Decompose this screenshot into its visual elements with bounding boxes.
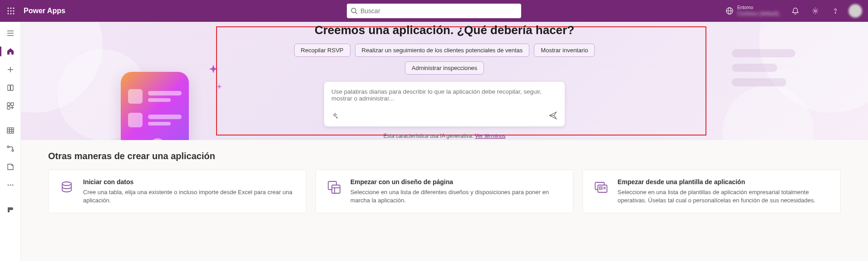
generative-ai-note: Esta característica usa IA generativa. V…	[272, 133, 617, 139]
chip-inventory[interactable]: Mostrar inventario	[534, 44, 595, 57]
card-title: Empezar desde una plantilla de aplicació…	[617, 178, 831, 186]
svg-rect-22	[10, 85, 13, 90]
environment-picker[interactable]: Entorno Contoso (default)	[720, 3, 784, 19]
svg-rect-39	[332, 185, 340, 193]
card-start-with-data[interactable]: Iniciar con datos Cree una tabla, elija …	[48, 170, 306, 213]
help-icon[interactable]	[826, 2, 844, 20]
card-desc: Cree una tabla, elija una existente o in…	[83, 188, 297, 205]
env-name: Contoso (default)	[737, 10, 779, 17]
card-page-design[interactable]: Empezar con un diseño de página Seleccio…	[316, 170, 574, 213]
nav-apps[interactable]	[1, 97, 20, 115]
card-title: Empezar con un diseño de página	[350, 178, 564, 186]
nav-more[interactable]	[1, 176, 20, 194]
svg-point-1	[10, 8, 12, 9]
sidebar	[0, 22, 21, 261]
data-icon	[58, 178, 76, 196]
svg-point-32	[12, 150, 14, 151]
chip-sales-leads[interactable]: Realizar un seguimiento de los clientes …	[355, 44, 530, 57]
sparkle-icon	[215, 83, 223, 93]
nav-solutions[interactable]	[1, 158, 20, 176]
nav-home[interactable]	[1, 43, 20, 60]
hero-banner: Creemos una aplicación. ¿Qué debería hac…	[21, 22, 868, 140]
svg-line-10	[355, 12, 357, 14]
svg-point-6	[8, 13, 9, 15]
environment-icon	[725, 7, 734, 15]
suggestion-chips: Recopilar RSVP Realizar un seguimiento d…	[272, 44, 617, 75]
template-icon	[592, 178, 610, 196]
svg-point-14	[814, 10, 817, 12]
env-label: Entorno	[737, 5, 779, 10]
terms-link[interactable]: Ver términos	[475, 133, 505, 139]
nav-powerplatform[interactable]	[1, 201, 20, 218]
decoration-bars	[732, 49, 795, 86]
svg-point-3	[8, 10, 9, 12]
svg-point-4	[10, 10, 12, 12]
svg-point-5	[13, 10, 15, 12]
nav-create[interactable]	[1, 61, 20, 78]
nav-flows[interactable]	[1, 140, 20, 157]
decoration-notepad	[121, 72, 189, 140]
card-app-template[interactable]: Empezar desde una plantilla de aplicació…	[582, 170, 841, 213]
svg-point-2	[13, 8, 15, 9]
svg-point-8	[13, 13, 15, 15]
search-icon	[350, 7, 358, 15]
svg-point-15	[835, 13, 835, 13]
card-title: Iniciar con datos	[83, 178, 297, 186]
nav-learn[interactable]	[1, 79, 20, 96]
section-title: Otras maneras de crear una aplicación	[48, 151, 841, 161]
ai-prompt-input[interactable]	[331, 88, 557, 106]
svg-rect-24	[11, 103, 14, 105]
app-header: Power Apps Entorno Contoso (default)	[0, 0, 868, 22]
layout-icon	[325, 178, 343, 196]
svg-rect-21	[8, 85, 10, 90]
send-button[interactable]	[548, 111, 557, 122]
app-launcher-icon[interactable]	[0, 0, 22, 22]
svg-point-33	[7, 185, 9, 186]
search-input[interactable]	[358, 7, 518, 15]
sparkle-small-icon[interactable]	[331, 112, 339, 121]
search-box[interactable]	[347, 4, 521, 18]
user-avatar[interactable]	[846, 2, 864, 20]
other-ways-section: Otras maneras de crear una aplicación In…	[21, 140, 868, 224]
svg-rect-23	[7, 103, 10, 105]
svg-point-9	[351, 8, 356, 13]
svg-point-35	[12, 185, 13, 186]
svg-rect-25	[7, 106, 10, 109]
nav-tables[interactable]	[1, 122, 20, 139]
ai-prompt-box	[324, 82, 565, 126]
card-desc: Seleccione en una lista de plantillas de…	[617, 188, 831, 205]
app-name: Power Apps	[22, 7, 65, 15]
svg-point-34	[10, 185, 11, 186]
svg-point-31	[7, 146, 9, 148]
hamburger-icon[interactable]	[1, 25, 20, 42]
svg-point-0	[8, 8, 9, 9]
sparkle-icon	[207, 64, 220, 78]
notifications-icon[interactable]	[786, 2, 804, 20]
card-desc: Seleccione en una lista de diferentes di…	[350, 188, 564, 205]
svg-point-7	[10, 13, 12, 15]
svg-rect-26	[7, 128, 14, 133]
chip-rsvp[interactable]: Recopilar RSVP	[294, 44, 350, 57]
settings-icon[interactable]	[806, 2, 824, 20]
main-content: Creemos una aplicación. ¿Qué debería hac…	[21, 22, 868, 261]
hero-title: Creemos una aplicación. ¿Qué debería hac…	[272, 23, 617, 37]
chip-inspections[interactable]: Administrar inspecciones	[405, 61, 484, 75]
svg-point-37	[62, 182, 71, 186]
